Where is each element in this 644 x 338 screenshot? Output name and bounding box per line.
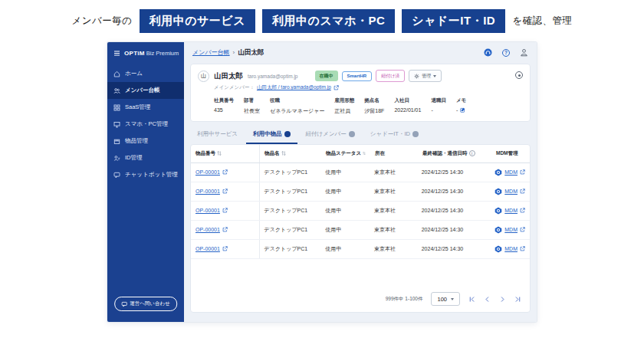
mdm-link[interactable]: MDM <box>504 169 518 175</box>
main-member-label: メインメンバー： <box>214 84 255 91</box>
brand-logo: OPTiM Biz Premium <box>124 50 179 57</box>
item-status-cell: 使用中 <box>320 163 370 182</box>
tab-label: シャドーIT・ID <box>370 130 410 138</box>
tab-services-in-use[interactable]: 利用中サービス <box>190 127 245 144</box>
mdm-link[interactable]: MDM <box>504 189 518 194</box>
breadcrumb-parent-link[interactable]: メンバー台帳 <box>192 48 230 57</box>
next-page-button[interactable] <box>499 296 506 303</box>
column-header-item-status[interactable]: 物品ステータス <box>321 145 370 162</box>
user-account-icon[interactable] <box>520 48 528 57</box>
home-icon <box>113 71 120 77</box>
table-row: OP-00001 デスクトップPC1 使用中 東京本社 2024/12/25 1… <box>191 240 530 259</box>
banner-prefix: メンバー毎の <box>71 15 132 28</box>
speech-bubble-icon <box>121 301 127 307</box>
external-link-icon <box>520 208 525 213</box>
member-name: 山田太郎 <box>214 71 243 81</box>
field-value: - <box>431 107 446 113</box>
item-number-link[interactable]: OP-00001 <box>196 246 220 251</box>
tab-count-badge <box>284 131 291 137</box>
field-label: 役職 <box>270 97 324 104</box>
sidebar-item-label: スマホ・PC管理 <box>125 120 168 128</box>
item-number-link[interactable]: OP-00001 <box>196 189 220 194</box>
sidebar-item-chatbot[interactable]: チャットボット管理 <box>107 166 184 183</box>
memo-edit-icon[interactable] <box>460 107 465 113</box>
sort-icon <box>217 150 222 156</box>
collapse-card-icon[interactable] <box>515 71 523 79</box>
main-member-link[interactable]: 山田太郎 / taro.yamada@optim.jp <box>257 84 331 91</box>
members-icon <box>113 87 120 94</box>
detail-tabs: 利用中サービス 利用中物品 紐付けメンバー シャドーIT・ID <box>184 122 537 144</box>
item-name-cell: デスクトップPC1 <box>260 182 321 201</box>
sidebar-header: OPTiM Biz Premium <box>107 42 184 65</box>
pagination-nav <box>468 296 521 303</box>
external-link-icon <box>222 189 228 194</box>
table-header: 物品番号 物品名 物品ステータス 所在 最終確認・通信日時 i <box>191 145 530 163</box>
manage-dropdown-button[interactable]: 管理 <box>409 70 442 82</box>
external-link-icon <box>520 189 525 194</box>
mdm-link[interactable]: MDM <box>504 208 518 213</box>
pagination-summary: 999件中 1-100件 <box>386 296 423 303</box>
last-page-button[interactable] <box>514 296 521 303</box>
table-row: OP-00001 デスクトップPC1 使用中 東京本社 2024/12/25 1… <box>191 202 530 221</box>
banner-highlight-services: 利用中のサービス <box>140 9 255 33</box>
app-window: OPTiM Biz Premium ホーム メンバー台帳 SaaS管理 スマホ・… <box>107 42 537 322</box>
item-name-cell: デスクトップPC1 <box>260 240 321 258</box>
sidebar-item-id[interactable]: ID管理 <box>107 149 184 166</box>
brand-name: OPTiM <box>124 50 145 57</box>
item-name-cell: デスクトップPC1 <box>260 163 321 182</box>
gear-icon <box>414 74 419 79</box>
item-number-link[interactable]: OP-00001 <box>196 227 220 232</box>
location-cell: 東京本社 <box>370 202 417 220</box>
member-card: 山 山田太郎 taro.yamada@optim.jp 在職中 SmartHR … <box>190 64 531 122</box>
contact-support-button[interactable]: 運営へ問い合わせ <box>114 297 177 311</box>
tab-count-badge <box>412 131 419 137</box>
sidebar-item-members[interactable]: メンバー台帳 <box>107 82 184 99</box>
field-employment-type: 雇用形態 正社員 <box>334 97 354 115</box>
previous-page-button[interactable] <box>484 296 491 303</box>
sidebar-item-label: チャットボット管理 <box>125 171 178 179</box>
hamburger-menu-icon[interactable] <box>113 50 120 57</box>
column-label: MDM管理 <box>496 150 518 157</box>
tab-items-in-use[interactable]: 利用中物品 <box>246 127 297 144</box>
assets-icon <box>113 138 120 145</box>
page-size-select[interactable]: 100 <box>431 292 460 306</box>
sidebar-item-saas[interactable]: SaaS管理 <box>107 99 184 116</box>
sidebar-item-home[interactable]: ホーム <box>107 65 184 82</box>
breadcrumb-separator: › <box>233 49 235 56</box>
mdm-icon <box>495 188 502 195</box>
sidebar-item-assets[interactable]: 物品管理 <box>107 133 184 149</box>
saas-icon <box>113 104 120 111</box>
external-link-icon <box>520 246 525 251</box>
column-label: 物品ステータス <box>326 150 361 157</box>
banner-suffix: を確認、管理 <box>512 15 572 28</box>
mdm-link[interactable]: MDM <box>504 246 518 251</box>
external-link-icon <box>520 227 525 232</box>
member-header-row: 山 山田太郎 taro.yamada@optim.jp 在職中 SmartHR … <box>198 70 523 82</box>
id-icon <box>113 155 120 162</box>
item-number-link[interactable]: OP-00001 <box>196 208 220 213</box>
field-label: メモ <box>456 97 466 104</box>
info-icon[interactable]: i <box>469 150 475 156</box>
column-header-item-number[interactable]: 物品番号 <box>191 145 260 162</box>
tab-linked-members[interactable]: 紐付けメンバー <box>299 127 362 144</box>
sort-icon <box>363 150 366 156</box>
field-employee-number: 社員番号 435 <box>214 97 234 115</box>
table-row: OP-00001 デスクトップPC1 使用中 東京本社 2024/12/25 1… <box>191 182 530 202</box>
breadcrumb: メンバー台帳 › 山田太郎 <box>192 48 264 57</box>
column-label: 所在 <box>375 150 385 157</box>
external-link-icon <box>334 85 339 90</box>
column-header-item-name[interactable]: 物品名 <box>260 145 321 162</box>
chevron-down-icon <box>451 298 454 300</box>
tab-shadow-it-id[interactable]: シャドーIT・ID <box>363 127 426 144</box>
device-icon <box>113 121 120 128</box>
external-link-icon <box>222 169 228 175</box>
help-icon[interactable]: ? <box>502 49 510 57</box>
topbar: メンバー台帳 › 山田太郎 ? <box>184 42 537 63</box>
mdm-link[interactable]: MDM <box>504 227 518 232</box>
first-page-button[interactable] <box>468 296 475 303</box>
sidebar-item-device[interactable]: スマホ・PC管理 <box>107 116 184 133</box>
item-name-cell: デスクトップPC1 <box>260 202 321 220</box>
support-headset-icon[interactable] <box>484 48 492 57</box>
item-number-link[interactable]: OP-00001 <box>196 169 220 175</box>
field-value: 汐留18F <box>364 107 384 115</box>
